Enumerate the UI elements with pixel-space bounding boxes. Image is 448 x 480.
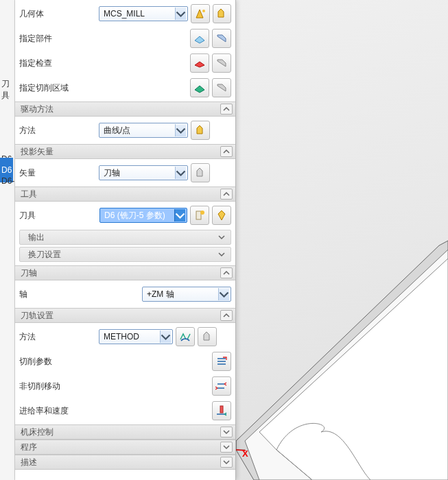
chevron-down-icon (218, 288, 229, 300)
group-geometry: 几何体 MCS_MILL 指定部件 指定检查 (15, 0, 235, 101)
sub-tool-change[interactable]: 换刀设置 (19, 247, 231, 262)
group-header-description[interactable]: 描述 (15, 455, 235, 470)
label-feeds: 进给率和速度 (19, 405, 99, 417)
method-inherit-button[interactable] (176, 327, 195, 346)
chevron-down-icon (215, 249, 228, 260)
chevron-down-icon (220, 457, 233, 468)
specify-part-button[interactable] (190, 29, 209, 48)
group-header-machine-control[interactable]: 机床控制 (15, 424, 235, 440)
method-edit-button[interactable] (198, 327, 217, 346)
specify-check-button[interactable] (190, 53, 209, 73)
label-part: 指定部件 (19, 33, 99, 45)
show-cut-area-button[interactable] (212, 78, 231, 97)
label-axis: 轴 (19, 289, 99, 300)
svg-point-3 (200, 211, 204, 215)
noncut-moves-button[interactable] (212, 376, 231, 396)
chevron-down-icon (174, 209, 185, 221)
label-noncut-moves: 非切削移动 (19, 381, 99, 392)
cut-params-button[interactable] (212, 352, 231, 371)
label-tool: 刀具 (19, 210, 47, 221)
chevron-down-icon (220, 442, 233, 453)
drive-method-edit-button[interactable] (191, 121, 210, 140)
geometry-select[interactable]: MCS_MILL (99, 6, 188, 21)
specify-cut-area-button[interactable] (190, 78, 209, 97)
tool-edit-button[interactable] (212, 206, 231, 225)
group-header-drive-method[interactable]: 驱动方法 (15, 101, 235, 117)
chevron-down-icon (220, 427, 233, 437)
label-method: 方法 (19, 331, 99, 343)
group-header-path-settings[interactable]: 刀轨设置 (15, 308, 235, 323)
group-header-projection-vector[interactable]: 投影矢量 (15, 144, 235, 159)
operation-dialog-panel: 几何体 MCS_MILL 指定部件 指定检查 (15, 0, 236, 480)
vector-select[interactable]: 刀轴 (99, 165, 188, 180)
show-check-button[interactable] (212, 53, 231, 73)
svg-rect-4 (220, 406, 223, 413)
collapse-icon (220, 146, 233, 157)
group-header-program[interactable]: 程序 (15, 440, 235, 455)
method-select[interactable]: METHOD (99, 329, 173, 344)
svg-point-1 (202, 10, 205, 12)
label-drive-method: 方法 (19, 125, 99, 136)
collapse-icon (220, 189, 233, 200)
collapse-icon (220, 104, 233, 115)
chevron-down-icon (175, 124, 186, 136)
label-check: 指定检查 (19, 58, 99, 69)
tool-select[interactable]: D6 (铣刀-5 参数) (99, 208, 187, 223)
label-cut-params: 切削参数 (19, 356, 99, 368)
feeds-button[interactable] (212, 401, 231, 420)
svg-rect-2 (196, 211, 201, 219)
sub-output[interactable]: 输出 (19, 230, 231, 245)
geometry-edit-button[interactable] (213, 4, 232, 23)
drive-method-select[interactable]: 曲线/点 (99, 123, 188, 138)
collapse-icon (220, 310, 233, 321)
axis-select[interactable]: +ZM 轴 (142, 287, 231, 302)
group-header-tool[interactable]: 工具 (15, 187, 235, 202)
label-geometry: 几何体 (19, 8, 99, 20)
tree-header: 刀具 (1, 78, 14, 101)
tree-row[interactable]: D6- (0, 169, 13, 193)
label-cut-area: 指定切削区域 (19, 82, 99, 94)
chevron-down-icon (160, 331, 171, 343)
label-vector: 矢量 (19, 167, 99, 179)
vector-settings-button[interactable] (191, 163, 210, 182)
group-header-tool-axis[interactable]: 刀轴 (15, 265, 235, 280)
axis-x-label: X (242, 448, 248, 459)
operation-tree-strip: 刀具 D6 D6 D6- (0, 0, 15, 480)
chevron-down-icon (175, 8, 186, 20)
show-part-button[interactable] (212, 29, 231, 48)
chevron-down-icon (175, 167, 186, 179)
chevron-down-icon (215, 232, 228, 243)
collapse-icon (220, 267, 233, 278)
tool-new-button[interactable] (190, 206, 209, 225)
geometry-pick-button[interactable] (191, 4, 210, 23)
